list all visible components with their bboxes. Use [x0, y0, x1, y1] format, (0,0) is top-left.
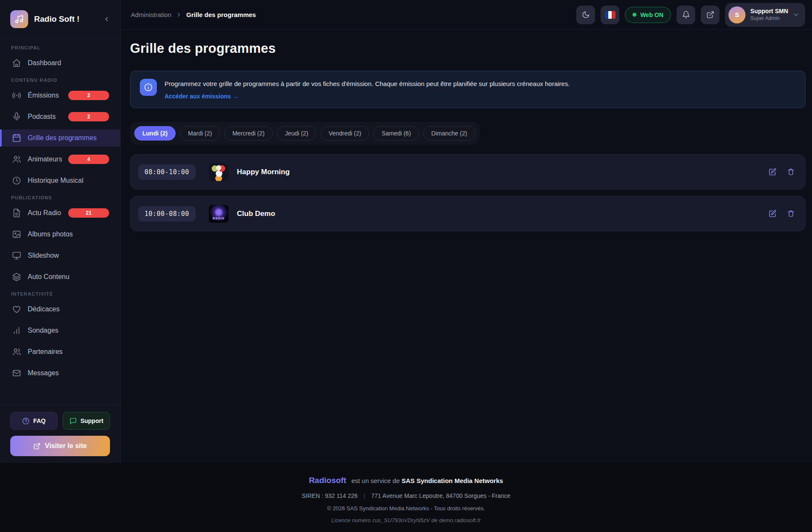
sidebar-item-actu-radio[interactable]: Actu Radio21 [7, 204, 113, 221]
sidebar-collapse-button[interactable] [101, 13, 113, 25]
go-to-shows-link[interactable]: Accéder aux émissions → [165, 93, 239, 100]
site-footer: Radiosoft est un service de SAS Syndicat… [0, 463, 812, 532]
footer-service-text: est un service de [351, 477, 399, 484]
file-text-icon [12, 208, 21, 218]
web-status-badge[interactable]: Web ON [625, 7, 671, 23]
breadcrumb-root[interactable]: Administration [131, 11, 171, 18]
edit-icon[interactable] [769, 168, 777, 176]
web-status-label: Web ON [640, 12, 663, 18]
sidebar-section-label: CONTENU RADIO [11, 78, 113, 83]
sidebar-item-label: Partenaires [28, 348, 63, 356]
brand-name: Radio Soft ! [34, 14, 101, 24]
french-flag-icon [605, 11, 616, 19]
chevron-left-icon [103, 16, 110, 23]
time-slot: 10:00-08:00 [138, 206, 196, 221]
sidebar-item-partenaires[interactable]: Partenaires [7, 343, 113, 360]
sidebar-item-podcasts[interactable]: Podcasts2 [7, 108, 113, 125]
sidebar: Radio Soft ! PRINCIPALDashboardCONTENU R… [0, 0, 121, 463]
external-link-icon [706, 11, 714, 19]
program-logo: RADIO [209, 205, 228, 223]
topbar-actions: Web ON S Support SMN Super Admin [576, 3, 805, 27]
sidebar-item-auto-contenu[interactable]: Auto Contenu [7, 268, 113, 285]
sidebar-item-label: Dashboard [28, 59, 61, 67]
sidebar-item-label: Animateurs [28, 155, 62, 163]
info-banner-text: Programmez votre grille de programmes à … [165, 79, 570, 87]
edit-icon[interactable] [769, 210, 777, 218]
status-dot-icon [633, 13, 636, 17]
footer-brand: Radiosoft [309, 476, 347, 485]
sidebar-item-messages[interactable]: Messages [7, 365, 113, 382]
bell-icon [682, 11, 690, 19]
page-title: Grille des programmes [130, 41, 806, 56]
sidebar-item-sondages[interactable]: Sondages [7, 322, 113, 339]
trash-icon[interactable] [787, 210, 795, 218]
program-row: 10:00-08:00RADIOClub Demo [130, 196, 806, 231]
layers-icon [12, 272, 21, 282]
program-row-actions [769, 168, 795, 176]
sidebar-item-dedicaces[interactable]: Dédicaces [7, 301, 113, 318]
day-tab-mardi[interactable]: Mardi (2) [180, 126, 220, 141]
footer-licence: Licence numéro cus_SU793oVDryN5zV de dem… [0, 517, 812, 523]
external-link-icon [33, 443, 40, 450]
notifications-button[interactable] [676, 6, 695, 24]
count-badge: 4 [68, 155, 109, 164]
avatar: S [728, 6, 746, 23]
footer-company: SAS Syndication Media Networks [402, 477, 503, 484]
count-badge: 2 [68, 91, 109, 100]
sidebar-item-dashboard[interactable]: Dashboard [7, 55, 113, 72]
monitor-icon [12, 251, 21, 260]
program-logo [209, 163, 228, 181]
footer-separator: | [364, 492, 365, 499]
day-tab-vendredi[interactable]: Vendredi (2) [321, 126, 369, 141]
time-slot: 08:00-10:00 [138, 164, 196, 180]
user-name: Support SMN [750, 8, 788, 15]
day-tab-dimanche[interactable]: Dimanche (2) [423, 126, 475, 141]
support-button-label: Support [81, 417, 104, 424]
program-row: 08:00-10:00Happy Morning [130, 154, 806, 190]
language-button[interactable] [601, 6, 619, 24]
program-title: Happy Morning [237, 168, 290, 176]
sidebar-item-label: Émissions [28, 92, 59, 99]
day-tab-mercredi[interactable]: Mercredi (2) [224, 126, 272, 141]
breadcrumb-current: Grille des programmes [186, 11, 256, 18]
sidebar-item-albums-photos[interactable]: Albums photos [7, 226, 113, 243]
visit-site-button[interactable]: Visiter le site [10, 436, 110, 456]
program-title: Club Demo [237, 210, 275, 218]
sidebar-item-label: Slideshow [28, 252, 59, 259]
brand-logo-music-note-icon [10, 10, 28, 28]
broadcast-icon [12, 91, 21, 100]
sidebar-item-historique-musical[interactable]: Historique Musical [7, 172, 113, 189]
faq-button-label: FAQ [33, 417, 46, 424]
open-site-button[interactable] [701, 6, 720, 24]
sidebar-item-label: Historique Musical [28, 177, 84, 184]
sidebar-header: Radio Soft ! [0, 0, 120, 38]
sidebar-item-animateurs[interactable]: Animateurs4 [7, 151, 113, 168]
sidebar-item-label: Podcasts [28, 113, 56, 121]
footer-service-line: Radiosoft est un service de SAS Syndicat… [0, 476, 812, 485]
sidebar-section-label: PRINCIPAL [11, 45, 113, 50]
sidebar-item-grille-des-programmes[interactable]: Grille des programmes [0, 129, 120, 147]
trash-icon[interactable] [787, 168, 795, 176]
sidebar-item-emissions[interactable]: Émissions2 [7, 87, 113, 104]
sidebar-item-slideshow[interactable]: Slideshow [7, 247, 113, 264]
footer-copyright: © 2026 SAS Syndication Media Networks - … [0, 505, 812, 512]
footer-legal-line: SIREN : 932 114 226 | 771 Avenue Marc Le… [0, 492, 812, 499]
theme-toggle-button[interactable] [576, 6, 595, 24]
day-tabs: Lundi (2)Mardi (2)Mercredi (2)Jeudi (2)V… [130, 122, 480, 145]
user-menu[interactable]: S Support SMN Super Admin [725, 3, 805, 27]
calendar-icon [12, 133, 21, 143]
faq-button[interactable]: FAQ [10, 412, 58, 430]
page-content: Grille des programmes Programmez votre g… [121, 30, 812, 463]
topbar: Administration Grille des programmes Web… [121, 0, 812, 30]
day-tab-jeudi[interactable]: Jeudi (2) [277, 126, 316, 141]
sidebar-item-label: Sondages [28, 327, 58, 334]
program-row-actions [769, 210, 795, 218]
sidebar-section-label: PUBLICATIONS [11, 195, 113, 200]
image-icon [12, 230, 21, 239]
heart-icon [12, 305, 21, 314]
support-button[interactable]: Support [63, 412, 110, 430]
day-tab-lundi[interactable]: Lundi (2) [134, 126, 176, 141]
day-tab-samedi[interactable]: Samedi (6) [373, 126, 419, 141]
help-circle-icon [22, 417, 29, 425]
visit-site-button-label: Visiter le site [45, 442, 87, 450]
